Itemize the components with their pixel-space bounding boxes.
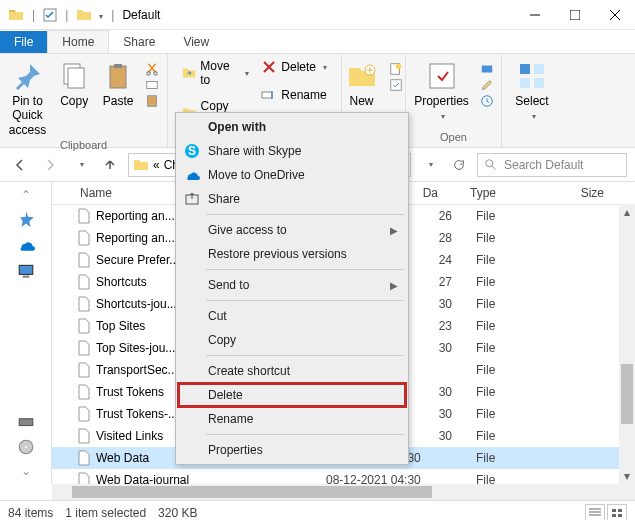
context-menu: Open with SShare with Skype Move to OneD… xyxy=(175,112,409,465)
moveto-icon xyxy=(182,65,196,81)
tab-view[interactable]: View xyxy=(169,31,223,53)
drive-icon[interactable] xyxy=(17,412,35,430)
refresh-button[interactable] xyxy=(447,153,471,177)
file-type: File xyxy=(476,451,566,465)
file-icon xyxy=(76,340,92,356)
navigation-pane[interactable]: ⌃ ⌄ xyxy=(0,182,52,484)
file-date: 08-12-2021 04:30 xyxy=(326,473,476,484)
pin-button[interactable]: Pin to Quick access xyxy=(3,58,52,139)
title-bar: | | | Default xyxy=(0,0,635,30)
delete-button[interactable]: Delete xyxy=(259,58,329,76)
maximize-button[interactable] xyxy=(563,3,587,27)
svg-rect-29 xyxy=(618,509,622,512)
moveto-button[interactable]: Move to xyxy=(180,58,251,88)
svg-rect-4 xyxy=(110,66,126,88)
file-icon xyxy=(76,252,92,268)
chevron-down-icon[interactable] xyxy=(96,8,103,22)
svg-text:S: S xyxy=(188,144,196,158)
up-button[interactable] xyxy=(98,153,122,177)
quick-access-icon[interactable] xyxy=(17,210,35,228)
icons-view-button[interactable] xyxy=(607,504,627,521)
ctx-send-to[interactable]: Send to▶ xyxy=(178,273,406,297)
properties-button[interactable]: Properties xyxy=(408,58,475,125)
checkbox-icon[interactable] xyxy=(43,8,57,22)
search-icon xyxy=(484,158,498,172)
ctx-open-with[interactable]: Open with xyxy=(178,115,406,139)
file-type: File xyxy=(476,363,566,377)
svg-rect-25 xyxy=(19,419,33,426)
copy-path-icon[interactable] xyxy=(144,78,160,92)
file-type: File xyxy=(476,341,566,355)
copy-button[interactable]: Copy xyxy=(52,58,96,110)
file-icon xyxy=(76,274,92,290)
new-folder-icon xyxy=(346,60,378,92)
ctx-rename[interactable]: Rename xyxy=(178,407,406,431)
paste-button[interactable]: Paste xyxy=(96,58,140,110)
ctx-give-access[interactable]: Give access to▶ xyxy=(178,218,406,242)
ctx-restore[interactable]: Restore previous versions xyxy=(178,242,406,266)
tab-share[interactable]: Share xyxy=(109,31,169,53)
search-input[interactable]: Search Default xyxy=(477,153,627,177)
thispc-icon[interactable] xyxy=(17,262,35,280)
svg-rect-8 xyxy=(147,82,158,89)
share-icon xyxy=(184,191,200,207)
ctx-copy[interactable]: Copy xyxy=(178,328,406,352)
file-type: File xyxy=(476,407,566,421)
easy-access-icon[interactable] xyxy=(388,78,404,92)
history-dropdown[interactable] xyxy=(68,153,92,177)
horizontal-scrollbar[interactable] xyxy=(52,484,635,500)
column-size[interactable]: Size xyxy=(552,186,612,200)
onedrive-icon[interactable] xyxy=(17,236,35,254)
ctx-delete[interactable]: Delete xyxy=(178,383,406,407)
status-bar: 84 items 1 item selected 320 KB xyxy=(0,500,635,520)
ribbon-tabs: File Home Share View ⌄ ? xyxy=(0,30,635,54)
paste-icon xyxy=(102,60,134,92)
svg-rect-9 xyxy=(148,96,157,107)
file-icon xyxy=(76,406,92,422)
ctx-cut[interactable]: Cut xyxy=(178,304,406,328)
folder-icon xyxy=(133,157,149,173)
cut-icon[interactable] xyxy=(144,62,160,76)
select-button[interactable]: Select xyxy=(509,58,554,125)
details-view-button[interactable] xyxy=(585,504,605,521)
open-icon[interactable] xyxy=(479,62,495,76)
tab-home[interactable]: Home xyxy=(47,30,109,53)
minimize-button[interactable] xyxy=(523,3,547,27)
file-icon xyxy=(76,318,92,334)
dvd-icon[interactable] xyxy=(17,438,35,456)
address-dropdown[interactable] xyxy=(417,153,441,177)
tab-file[interactable]: File xyxy=(0,31,47,53)
svg-rect-24 xyxy=(22,276,29,278)
ctx-skype[interactable]: SShare with Skype xyxy=(178,139,406,163)
file-type: File xyxy=(476,275,566,289)
forward-button[interactable] xyxy=(38,153,62,177)
column-type[interactable]: Type xyxy=(462,186,552,200)
edit-icon[interactable] xyxy=(479,78,495,92)
svg-rect-10 xyxy=(262,92,272,98)
paste-shortcut-icon[interactable] xyxy=(144,94,160,108)
file-row[interactable]: Web Data-journal08-12-2021 04:30File xyxy=(52,469,635,484)
ctx-onedrive[interactable]: Move to OneDrive xyxy=(178,163,406,187)
ctx-properties[interactable]: Properties xyxy=(178,438,406,462)
history-icon[interactable] xyxy=(479,94,495,108)
vertical-scrollbar[interactable]: ▴ ▾ xyxy=(619,204,635,484)
status-selected: 1 item selected xyxy=(65,506,146,520)
file-icon xyxy=(76,384,92,400)
skype-icon: S xyxy=(184,143,200,159)
file-icon xyxy=(76,230,92,246)
svg-rect-28 xyxy=(612,509,616,512)
svg-rect-20 xyxy=(520,78,530,88)
rename-button[interactable]: Rename xyxy=(259,86,329,104)
ctx-create-shortcut[interactable]: Create shortcut xyxy=(178,359,406,383)
svg-rect-19 xyxy=(534,64,544,74)
file-type: File xyxy=(476,209,566,223)
file-type: File xyxy=(476,473,566,484)
new-item-icon[interactable] xyxy=(388,62,404,76)
back-button[interactable] xyxy=(8,153,32,177)
ctx-share[interactable]: Share xyxy=(178,187,406,211)
file-type: File xyxy=(476,253,566,267)
close-button[interactable] xyxy=(603,3,627,27)
svg-rect-15 xyxy=(430,64,454,88)
svg-point-13 xyxy=(396,64,401,69)
svg-rect-1 xyxy=(570,10,580,20)
